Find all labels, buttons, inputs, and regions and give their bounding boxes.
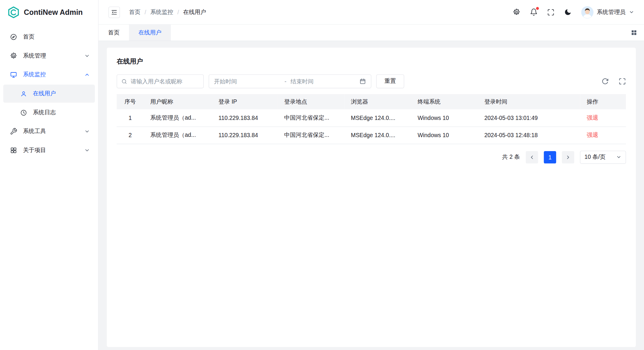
table-header-cell: 浏览器 — [344, 94, 411, 109]
table-header-cell: 登录地点 — [278, 94, 344, 109]
reset-button[interactable]: 重置 — [376, 74, 404, 88]
theme-toggle-button[interactable] — [564, 8, 572, 16]
expand-icon — [618, 77, 626, 85]
table-header-cell: 序号 — [117, 94, 144, 109]
content-area: 在线用户 - 重置 — [99, 41, 644, 350]
page-size-select[interactable]: 10 条/页 — [580, 151, 626, 164]
refresh-icon — [601, 77, 609, 85]
sidebar-item-system-monitor[interactable]: 系统监控 — [3, 66, 95, 84]
tab-label: 在线用户 — [138, 29, 161, 37]
chevron-down-icon — [629, 9, 634, 15]
cell-ip: 110.229.183.84 — [212, 109, 278, 126]
apps-grid-icon — [10, 147, 17, 154]
tab-online-users[interactable]: 在线用户 — [129, 25, 171, 41]
cell-login-time: 2024-05-03 12:48:18 — [478, 126, 580, 144]
tab-home[interactable]: 首页 — [99, 25, 129, 41]
sidebar-submenu: 在线用户 系统日志 — [0, 85, 98, 122]
pagination-total: 共 2 条 — [502, 153, 520, 161]
sidebar-item-label: 系统日志 — [33, 109, 56, 116]
online-users-card: 在线用户 - 重置 — [107, 47, 636, 347]
breadcrumb-separator: / — [177, 9, 179, 15]
date-range-separator: - — [283, 78, 288, 85]
fullscreen-button[interactable] — [547, 8, 555, 16]
page-size-value: 10 条/页 — [585, 153, 606, 161]
page-title: 在线用户 — [117, 58, 626, 66]
cell-browser: MSEdge 124.0.... — [344, 109, 411, 126]
sidebar-item-system-logs[interactable]: 系统日志 — [3, 104, 95, 122]
wrench-icon — [10, 128, 17, 135]
sidebar-collapse-button[interactable] — [108, 6, 120, 18]
refresh-button[interactable] — [601, 77, 609, 85]
top-bar-actions: 系统管理员 — [512, 6, 634, 18]
fullscreen-icon — [547, 8, 555, 16]
cell-action: 强退 — [580, 126, 626, 144]
pagination: 共 2 条 1 10 条/页 — [117, 151, 626, 164]
moon-icon — [564, 8, 572, 16]
table-row: 1 系统管理员（ad... 110.229.183.84 中国河北省保定... … — [117, 109, 626, 126]
cell-nickname: 系统管理员（ad... — [144, 126, 212, 144]
notifications-button[interactable] — [530, 8, 538, 16]
sidebar-item-online-users[interactable]: 在线用户 — [3, 85, 95, 103]
user-menu[interactable]: 系统管理员 — [581, 6, 634, 18]
breadcrumb-item[interactable]: 系统监控 — [150, 8, 173, 16]
user-name: 系统管理员 — [597, 8, 626, 16]
logo-hexagon-icon — [7, 6, 20, 19]
table-fullscreen-button[interactable] — [618, 77, 626, 85]
table-header-cell: 登录 IP — [212, 94, 278, 109]
cell-ip: 110.229.183.84 — [212, 126, 278, 144]
search-input-wrapper — [117, 74, 204, 88]
cell-os: Windows 10 — [411, 109, 478, 126]
cell-action: 强退 — [580, 109, 626, 126]
calendar-icon — [359, 78, 366, 85]
sidebar-item-about-project[interactable]: 关于项目 — [3, 141, 95, 159]
table-header-cell: 用户昵称 — [144, 94, 212, 109]
end-date-input[interactable] — [291, 78, 357, 85]
breadcrumb: 首页 / 系统监控 / 在线用户 — [129, 8, 206, 16]
sidebar-item-label: 关于项目 — [23, 147, 46, 154]
sidebar-item-system-tools[interactable]: 系统工具 — [3, 122, 95, 140]
cell-login-time: 2024-05-03 13:01:49 — [478, 109, 580, 126]
chevron-right-icon — [565, 154, 571, 160]
cell-nickname: 系统管理员（ad... — [144, 109, 212, 126]
sidebar-item-system-management[interactable]: 系统管理 — [3, 47, 95, 65]
user-icon — [20, 90, 27, 97]
start-date-input[interactable] — [214, 78, 281, 85]
date-range-picker[interactable]: - — [209, 74, 371, 88]
sidebar: ContiNew Admin 首页 系统管理 — [0, 0, 99, 350]
chevron-down-icon — [84, 148, 90, 153]
table-header-cell: 登录时间 — [478, 94, 580, 109]
top-bar: 首页 / 系统监控 / 在线用户 — [99, 0, 644, 25]
prev-page-button[interactable] — [526, 151, 538, 163]
cell-os: Windows 10 — [411, 126, 478, 144]
tab-list-button[interactable] — [631, 25, 638, 41]
cell-location: 中国河北省保定... — [278, 126, 344, 144]
cell-location: 中国河北省保定... — [278, 109, 344, 126]
sidebar-menu: 首页 系统管理 系统监控 — [0, 25, 98, 163]
chevron-down-icon — [84, 129, 90, 134]
logo[interactable]: ContiNew Admin — [0, 0, 98, 25]
settings-button[interactable] — [512, 8, 520, 16]
tab-bar: 首页 在线用户 — [99, 25, 644, 41]
breadcrumb-item[interactable]: 首页 — [129, 8, 140, 16]
toolbar: - 重置 — [117, 74, 626, 88]
sidebar-item-home[interactable]: 首页 — [3, 28, 95, 46]
table-header-cell: 操作 — [580, 94, 626, 109]
force-logout-link[interactable]: 强退 — [587, 114, 598, 121]
tab-label: 首页 — [108, 29, 120, 37]
breadcrumb-separator: / — [145, 9, 146, 15]
scale-wrapper: ContiNew Admin 首页 系统管理 — [0, 0, 644, 350]
sidebar-item-label: 在线用户 — [33, 90, 56, 97]
chevron-left-icon — [529, 154, 535, 160]
page-number-button[interactable]: 1 — [544, 151, 556, 163]
next-page-button[interactable] — [562, 151, 574, 163]
sidebar-item-label: 系统工具 — [23, 128, 46, 135]
force-logout-link[interactable]: 强退 — [587, 132, 598, 138]
table-header-cell: 终端系统 — [411, 94, 478, 109]
chevron-down-icon — [616, 154, 621, 160]
sidebar-item-label: 系统管理 — [23, 52, 46, 60]
search-input[interactable] — [131, 78, 199, 85]
compass-icon — [10, 33, 17, 41]
sidebar-item-label: 系统监控 — [23, 71, 46, 78]
table-header-row: 序号 用户昵称 登录 IP 登录地点 浏览器 终端系统 登录时间 操作 — [117, 94, 626, 109]
main-column: 首页 / 系统监控 / 在线用户 — [99, 0, 644, 350]
